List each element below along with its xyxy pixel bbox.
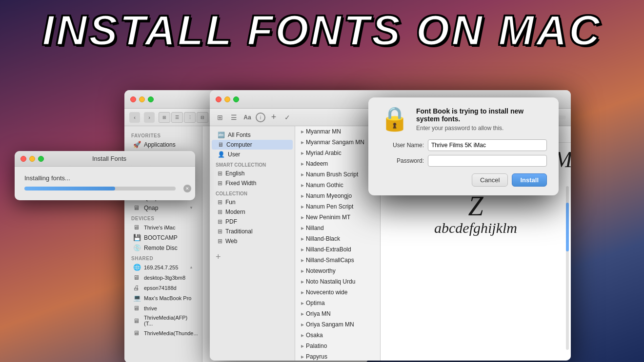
finder-maximize[interactable] — [148, 96, 154, 102]
progress-bar-fill — [24, 187, 115, 191]
smart-collection-header: Smart Collection — [210, 159, 295, 169]
font-myanmar-sangam[interactable]: ▶ Myanmar Sangam MN — [295, 137, 380, 148]
fb-list-icon[interactable]: ☰ — [228, 112, 239, 123]
fb-grid-icon[interactable]: ⊞ — [215, 112, 225, 123]
cancel-button[interactable]: Cancel — [472, 173, 508, 187]
font-nanum-pen[interactable]: ▶ Nanum Pen Script — [295, 201, 380, 212]
font-myanmar-mn[interactable]: ▶ Myanmar MN — [295, 126, 380, 137]
username-label: User Name: — [380, 142, 424, 149]
thrivemedia-thunder-icon: 🖥 — [133, 329, 141, 337]
font-palatino[interactable]: ▶ Palatino — [295, 341, 380, 351]
sidebar-item-ip[interactable]: 🌐 169.254.7.255 ▲ — [126, 262, 200, 272]
fb-item-user[interactable]: 👤 User — [212, 150, 293, 159]
sidebar-item-thrives-imac[interactable]: 🖥 Thrive's iMac — [126, 222, 200, 232]
fb-font-icon[interactable]: Aa — [242, 112, 253, 123]
modern-icon: ⊞ — [218, 209, 222, 215]
fb-item-pdf[interactable]: ⊞ PDF — [212, 217, 293, 227]
sidebar-item-applications[interactable]: 🚀 Applications — [126, 139, 200, 150]
pwd-header: 🔒 Font Book is trying to install new sys… — [380, 107, 547, 132]
sidebar-item-remote-disc[interactable]: 💿 Remote Disc — [126, 243, 200, 253]
fb-close[interactable] — [216, 96, 221, 102]
fb-maximize[interactable] — [233, 96, 239, 102]
password-input[interactable] — [428, 155, 547, 167]
fb-minimize[interactable] — [224, 96, 230, 102]
user-icon: 👤 — [218, 151, 225, 158]
shared-header: Shared — [124, 253, 202, 262]
fontbook-mid-panel: ▶ Myanmar MN ▶ Myanmar Sangam MN ▶ Myria… — [295, 126, 381, 361]
install-dialog-title: Install Fonts — [29, 155, 189, 162]
font-osaka[interactable]: ▶ Osaka — [295, 330, 380, 341]
allfonts-icon: 🔤 — [218, 132, 225, 138]
col-view-btn[interactable]: ⋮ — [184, 112, 196, 123]
font-nanum-gothic[interactable]: ▶ Nanum Gothic — [295, 180, 380, 191]
font-oriya-sangam[interactable]: ▶ Oriya Sangam MN — [295, 319, 380, 330]
sidebar-item-epson[interactable]: 🖨 epson74188d — [126, 283, 200, 293]
back-button[interactable]: ‹ — [129, 112, 140, 123]
font-optima[interactable]: ▶ Optima — [295, 298, 380, 308]
favorites-header: Favorites — [124, 130, 202, 139]
font-new-peninim[interactable]: ▶ New Peninim MT — [295, 212, 380, 223]
remote-disc-icon: 💿 — [133, 244, 141, 251]
font-papyrus[interactable]: ▶ Papyrus — [295, 351, 380, 361]
progress-bar-bg — [24, 187, 176, 191]
cancel-progress-button[interactable]: ✕ — [183, 185, 191, 192]
preview-line4: abcdefghijklm — [434, 220, 517, 236]
fb-item-computer[interactable]: 🖥 Computer — [212, 140, 293, 150]
sidebar-item-macbook[interactable]: 💻 Max's MacBook Pro — [126, 293, 200, 303]
forward-button[interactable]: › — [144, 112, 155, 123]
thrivemedia-afp-icon: 🖥 — [133, 317, 141, 324]
fb-item-modern[interactable]: ⊞ Modern — [212, 207, 293, 217]
pwd-title: Font Book is trying to install new syste… — [416, 107, 547, 123]
font-nanum-myeongjo[interactable]: ▶ Nanum Myeongjo — [295, 191, 380, 201]
list-view-btn[interactable]: ☰ — [171, 112, 183, 123]
password-row: Password: — [380, 155, 547, 167]
finder-minimize[interactable] — [139, 96, 145, 102]
thrive-icon: 🖥 — [133, 305, 141, 312]
font-noteworthy[interactable]: ▶ Noteworthy — [295, 266, 380, 276]
traditional-icon: ⊞ — [218, 228, 222, 235]
sidebar-item-bootcamp[interactable]: 💾 BOOTCAMP — [126, 232, 200, 243]
pwd-subtitle: Enter your password to allow this. — [416, 125, 547, 132]
fb-add-collection[interactable]: + — [210, 250, 295, 264]
password-dialog: 🔒 Font Book is trying to install new sys… — [368, 97, 559, 195]
fb-add-icon[interactable]: + — [268, 112, 279, 123]
fb-item-fun[interactable]: ⊞ Fun — [212, 197, 293, 207]
english-icon: ⊞ — [218, 170, 222, 177]
sidebar-item-thrive[interactable]: 🖥 thrive — [126, 303, 200, 313]
font-nilland[interactable]: ▶ Nilland — [295, 223, 380, 233]
font-nilland-extrabold[interactable]: ▶ Nilland-ExtraBold — [295, 244, 380, 255]
sidebar-item-desktop[interactable]: 🖥 desktop-3tg3bm8 — [126, 272, 200, 283]
preview-line3: Z — [468, 192, 483, 220]
sidebar-item-qnap2[interactable]: 🖥 Qnap ▼ — [126, 203, 200, 213]
font-novecento[interactable]: ▶ Novecento wide — [295, 287, 380, 298]
fb-item-fixed-width[interactable]: ⊞ Fixed Width — [212, 178, 293, 188]
icon-view-btn[interactable]: ⊞ — [159, 112, 170, 123]
finder-close[interactable] — [130, 96, 136, 102]
close-button[interactable] — [20, 156, 26, 162]
sidebar-item-thrivemedia-thunde[interactable]: 🖥 ThriveMedia(Thunde... — [126, 328, 200, 338]
font-nilland-smallcaps[interactable]: ▶ Nilland-SmallCaps — [295, 255, 380, 266]
preview-scrollbar[interactable] — [566, 186, 569, 349]
fb-info-icon[interactable]: i — [256, 113, 265, 122]
bootcamp-icon: 💾 — [133, 234, 141, 241]
coverflow-btn[interactable]: ⊟ — [197, 112, 208, 123]
sidebar-item-thrivemedia-afp[interactable]: 🖥 ThriveMedia(AFP)(T... — [126, 313, 200, 328]
font-nilland-black[interactable]: ▶ Nilland-Black — [295, 233, 380, 244]
font-nadeem[interactable]: ▶ Nadeem — [295, 158, 380, 169]
install-button[interactable]: Install — [512, 173, 547, 187]
font-oriya-mn[interactable]: ▶ Oriya MN — [295, 308, 380, 319]
font-myriad-arabic[interactable]: ▶ Myriad Arabic — [295, 148, 380, 158]
username-input[interactable] — [428, 139, 547, 151]
fb-check-icon[interactable]: ✓ — [282, 112, 293, 123]
font-noto-nastaliq[interactable]: ▶ Noto Nastaliq Urdu — [295, 276, 380, 287]
fb-item-web[interactable]: ⊞ Web — [212, 236, 293, 246]
fb-item-english[interactable]: ⊞ English — [212, 169, 293, 178]
preview-scrollbar-thumb[interactable] — [566, 203, 569, 252]
font-nanum-brush[interactable]: ▶ Nanum Brush Script — [295, 169, 380, 180]
lock-icon: 🔒 — [380, 107, 409, 131]
pwd-form: User Name: Password: — [380, 139, 547, 167]
username-row: User Name: — [380, 139, 547, 151]
fb-item-traditional[interactable]: ⊞ Traditional — [212, 227, 293, 236]
epson-icon: 🖨 — [133, 284, 141, 291]
fb-item-allfonts[interactable]: 🔤 All Fonts — [212, 130, 293, 140]
